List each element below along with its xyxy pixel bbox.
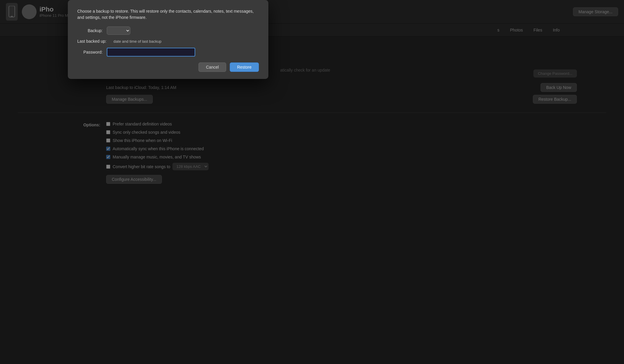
dialog-password-row: Password: [77,48,259,57]
restore-dialog: Choose a backup to restore. This will re… [68,0,268,79]
dialog-backup-row: Backup: [77,27,259,35]
dialog-last-backed-label: Last backed up: [77,39,111,44]
dialog-password-input[interactable] [107,48,195,57]
dialog-cancel-button[interactable]: Cancel [198,62,226,72]
dialog-description: Choose a backup to restore. This will re… [77,8,259,21]
dialog-backup-label: Backup: [77,28,107,33]
dialog-backup-select[interactable] [107,27,130,35]
dialog-password-label: Password: [77,50,107,54]
dialog-last-backed-row: Last backed up: date and time of last ba… [77,39,259,44]
dialog-overlay: Choose a backup to restore. This will re… [0,0,624,364]
dialog-restore-button[interactable]: Restore [230,62,259,72]
dialog-last-backed-value: date and time of last backup [114,39,162,44]
dialog-buttons: Cancel Restore [77,62,259,72]
